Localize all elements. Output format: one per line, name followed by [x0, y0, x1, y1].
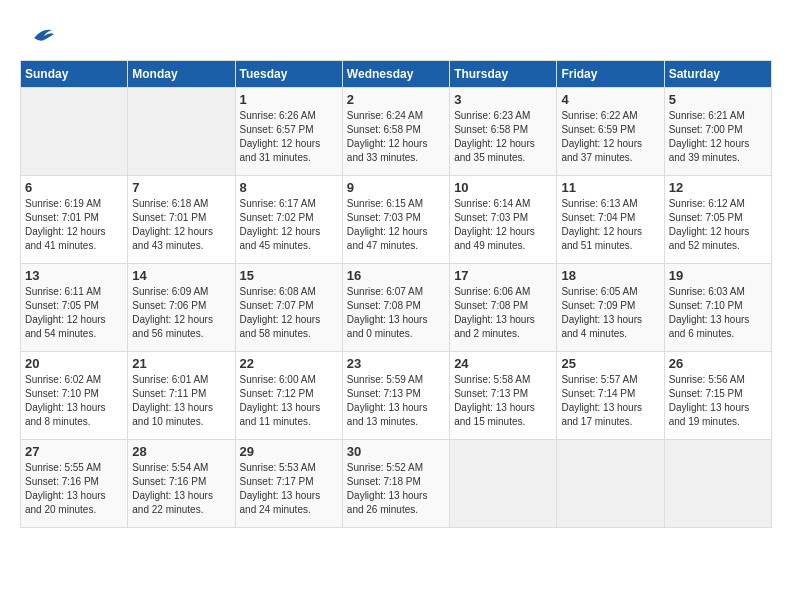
calendar-cell: 27Sunrise: 5:55 AM Sunset: 7:16 PM Dayli…: [21, 440, 128, 528]
day-number: 24: [454, 356, 552, 371]
day-number: 10: [454, 180, 552, 195]
day-number: 16: [347, 268, 445, 283]
day-number: 19: [669, 268, 767, 283]
day-of-week-header: Monday: [128, 61, 235, 88]
day-info: Sunrise: 5:58 AM Sunset: 7:13 PM Dayligh…: [454, 373, 552, 429]
day-info: Sunrise: 6:14 AM Sunset: 7:03 PM Dayligh…: [454, 197, 552, 253]
day-info: Sunrise: 6:21 AM Sunset: 7:00 PM Dayligh…: [669, 109, 767, 165]
day-number: 17: [454, 268, 552, 283]
calendar-cell: 24Sunrise: 5:58 AM Sunset: 7:13 PM Dayli…: [450, 352, 557, 440]
calendar-cell: 21Sunrise: 6:01 AM Sunset: 7:11 PM Dayli…: [128, 352, 235, 440]
day-number: 13: [25, 268, 123, 283]
day-number: 22: [240, 356, 338, 371]
calendar-cell: 28Sunrise: 5:54 AM Sunset: 7:16 PM Dayli…: [128, 440, 235, 528]
day-info: Sunrise: 6:01 AM Sunset: 7:11 PM Dayligh…: [132, 373, 230, 429]
day-number: 4: [561, 92, 659, 107]
calendar-cell: 7Sunrise: 6:18 AM Sunset: 7:01 PM Daylig…: [128, 176, 235, 264]
day-info: Sunrise: 6:00 AM Sunset: 7:12 PM Dayligh…: [240, 373, 338, 429]
calendar-body: 1Sunrise: 6:26 AM Sunset: 6:57 PM Daylig…: [21, 88, 772, 528]
calendar-cell: [557, 440, 664, 528]
day-info: Sunrise: 5:52 AM Sunset: 7:18 PM Dayligh…: [347, 461, 445, 517]
day-info: Sunrise: 6:05 AM Sunset: 7:09 PM Dayligh…: [561, 285, 659, 341]
day-info: Sunrise: 6:12 AM Sunset: 7:05 PM Dayligh…: [669, 197, 767, 253]
day-of-week-header: Wednesday: [342, 61, 449, 88]
day-number: 23: [347, 356, 445, 371]
calendar-cell: [450, 440, 557, 528]
day-number: 18: [561, 268, 659, 283]
day-number: 25: [561, 356, 659, 371]
calendar-cell: 9Sunrise: 6:15 AM Sunset: 7:03 PM Daylig…: [342, 176, 449, 264]
day-info: Sunrise: 6:23 AM Sunset: 6:58 PM Dayligh…: [454, 109, 552, 165]
calendar-cell: [128, 88, 235, 176]
calendar-cell: 30Sunrise: 5:52 AM Sunset: 7:18 PM Dayli…: [342, 440, 449, 528]
day-info: Sunrise: 6:22 AM Sunset: 6:59 PM Dayligh…: [561, 109, 659, 165]
day-number: 27: [25, 444, 123, 459]
calendar-header: SundayMondayTuesdayWednesdayThursdayFrid…: [21, 61, 772, 88]
calendar-cell: [21, 88, 128, 176]
calendar-cell: 4Sunrise: 6:22 AM Sunset: 6:59 PM Daylig…: [557, 88, 664, 176]
day-of-week-header: Sunday: [21, 61, 128, 88]
day-of-week-header: Tuesday: [235, 61, 342, 88]
day-number: 5: [669, 92, 767, 107]
calendar-cell: 11Sunrise: 6:13 AM Sunset: 7:04 PM Dayli…: [557, 176, 664, 264]
day-number: 28: [132, 444, 230, 459]
calendar-cell: 5Sunrise: 6:21 AM Sunset: 7:00 PM Daylig…: [664, 88, 771, 176]
day-info: Sunrise: 6:19 AM Sunset: 7:01 PM Dayligh…: [25, 197, 123, 253]
calendar-cell: 20Sunrise: 6:02 AM Sunset: 7:10 PM Dayli…: [21, 352, 128, 440]
day-of-week-header: Friday: [557, 61, 664, 88]
day-number: 29: [240, 444, 338, 459]
day-of-week-header: Saturday: [664, 61, 771, 88]
page-header: [20, 20, 772, 50]
day-number: 9: [347, 180, 445, 195]
calendar-cell: 23Sunrise: 5:59 AM Sunset: 7:13 PM Dayli…: [342, 352, 449, 440]
logo: [20, 20, 54, 50]
day-info: Sunrise: 6:02 AM Sunset: 7:10 PM Dayligh…: [25, 373, 123, 429]
calendar-cell: [664, 440, 771, 528]
day-number: 3: [454, 92, 552, 107]
day-info: Sunrise: 6:03 AM Sunset: 7:10 PM Dayligh…: [669, 285, 767, 341]
calendar-table: SundayMondayTuesdayWednesdayThursdayFrid…: [20, 60, 772, 528]
calendar-cell: 6Sunrise: 6:19 AM Sunset: 7:01 PM Daylig…: [21, 176, 128, 264]
day-number: 2: [347, 92, 445, 107]
day-info: Sunrise: 6:13 AM Sunset: 7:04 PM Dayligh…: [561, 197, 659, 253]
day-info: Sunrise: 6:06 AM Sunset: 7:08 PM Dayligh…: [454, 285, 552, 341]
calendar-week-row: 20Sunrise: 6:02 AM Sunset: 7:10 PM Dayli…: [21, 352, 772, 440]
day-info: Sunrise: 5:55 AM Sunset: 7:16 PM Dayligh…: [25, 461, 123, 517]
calendar-cell: 1Sunrise: 6:26 AM Sunset: 6:57 PM Daylig…: [235, 88, 342, 176]
calendar-cell: 25Sunrise: 5:57 AM Sunset: 7:14 PM Dayli…: [557, 352, 664, 440]
day-info: Sunrise: 6:07 AM Sunset: 7:08 PM Dayligh…: [347, 285, 445, 341]
calendar-week-row: 13Sunrise: 6:11 AM Sunset: 7:05 PM Dayli…: [21, 264, 772, 352]
calendar-cell: 16Sunrise: 6:07 AM Sunset: 7:08 PM Dayli…: [342, 264, 449, 352]
day-info: Sunrise: 6:17 AM Sunset: 7:02 PM Dayligh…: [240, 197, 338, 253]
day-number: 11: [561, 180, 659, 195]
calendar-cell: 2Sunrise: 6:24 AM Sunset: 6:58 PM Daylig…: [342, 88, 449, 176]
day-info: Sunrise: 6:11 AM Sunset: 7:05 PM Dayligh…: [25, 285, 123, 341]
calendar-cell: 8Sunrise: 6:17 AM Sunset: 7:02 PM Daylig…: [235, 176, 342, 264]
calendar-week-row: 6Sunrise: 6:19 AM Sunset: 7:01 PM Daylig…: [21, 176, 772, 264]
day-info: Sunrise: 6:08 AM Sunset: 7:07 PM Dayligh…: [240, 285, 338, 341]
calendar-cell: 29Sunrise: 5:53 AM Sunset: 7:17 PM Dayli…: [235, 440, 342, 528]
day-info: Sunrise: 6:09 AM Sunset: 7:06 PM Dayligh…: [132, 285, 230, 341]
day-number: 6: [25, 180, 123, 195]
day-number: 7: [132, 180, 230, 195]
day-info: Sunrise: 5:56 AM Sunset: 7:15 PM Dayligh…: [669, 373, 767, 429]
day-info: Sunrise: 5:54 AM Sunset: 7:16 PM Dayligh…: [132, 461, 230, 517]
day-info: Sunrise: 6:24 AM Sunset: 6:58 PM Dayligh…: [347, 109, 445, 165]
day-info: Sunrise: 6:15 AM Sunset: 7:03 PM Dayligh…: [347, 197, 445, 253]
day-number: 12: [669, 180, 767, 195]
day-info: Sunrise: 6:26 AM Sunset: 6:57 PM Dayligh…: [240, 109, 338, 165]
day-info: Sunrise: 5:53 AM Sunset: 7:17 PM Dayligh…: [240, 461, 338, 517]
calendar-week-row: 1Sunrise: 6:26 AM Sunset: 6:57 PM Daylig…: [21, 88, 772, 176]
day-number: 21: [132, 356, 230, 371]
day-number: 26: [669, 356, 767, 371]
day-number: 20: [25, 356, 123, 371]
day-number: 30: [347, 444, 445, 459]
calendar-cell: 22Sunrise: 6:00 AM Sunset: 7:12 PM Dayli…: [235, 352, 342, 440]
calendar-cell: 17Sunrise: 6:06 AM Sunset: 7:08 PM Dayli…: [450, 264, 557, 352]
calendar-cell: 14Sunrise: 6:09 AM Sunset: 7:06 PM Dayli…: [128, 264, 235, 352]
calendar-cell: 15Sunrise: 6:08 AM Sunset: 7:07 PM Dayli…: [235, 264, 342, 352]
day-number: 15: [240, 268, 338, 283]
day-info: Sunrise: 6:18 AM Sunset: 7:01 PM Dayligh…: [132, 197, 230, 253]
calendar-cell: 12Sunrise: 6:12 AM Sunset: 7:05 PM Dayli…: [664, 176, 771, 264]
calendar-cell: 13Sunrise: 6:11 AM Sunset: 7:05 PM Dayli…: [21, 264, 128, 352]
